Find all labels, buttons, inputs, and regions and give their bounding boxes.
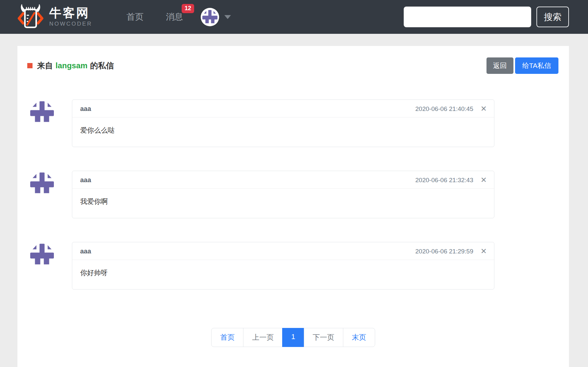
- send-private-message-button[interactable]: 给TA私信: [515, 57, 558, 74]
- back-button[interactable]: 返回: [486, 57, 513, 74]
- message-row: aaa 2020-06-06 21:40:45 ✕ 爱你么么哒: [27, 99, 569, 147]
- pagination-page-1[interactable]: 1: [282, 328, 304, 347]
- message-row: aaa 2020-06-06 21:29:59 ✕ 你好帅呀: [27, 242, 569, 290]
- message-sender: aaa: [80, 176, 91, 184]
- pagination-prev[interactable]: 上一页: [243, 328, 283, 347]
- message-content: 爱你么么哒: [72, 118, 494, 147]
- page-title: 来自langsam的私信: [37, 60, 114, 71]
- pagination: 首页 上一页 1 下一页 末页: [17, 328, 569, 347]
- message-card: aaa 2020-06-06 21:32:43 ✕ 我爱你啊: [72, 171, 494, 218]
- close-icon[interactable]: ✕: [481, 176, 487, 184]
- pagination-last[interactable]: 末页: [343, 328, 375, 347]
- main-nav: 首页 消息12: [126, 11, 183, 23]
- message-content: 我爱你啊: [72, 189, 494, 218]
- message-sender: aaa: [80, 105, 91, 113]
- message-sender: aaa: [80, 248, 91, 255]
- message-card: aaa 2020-06-06 21:29:59 ✕ 你好帅呀: [72, 242, 494, 290]
- user-avatar[interactable]: [201, 8, 219, 26]
- nowcoder-logo[interactable]: 牛客网 NOWCODER: [16, 4, 92, 30]
- unread-count-badge: 12: [182, 4, 194, 13]
- brand-subtitle: NOWCODER: [49, 21, 92, 27]
- nowcoder-bull-notepad-icon: [16, 4, 45, 30]
- close-icon[interactable]: ✕: [481, 105, 487, 113]
- nav-messages-link[interactable]: 消息12: [166, 11, 183, 23]
- sender-avatar[interactable]: [27, 99, 57, 127]
- search-input[interactable]: [404, 7, 531, 27]
- message-row: aaa 2020-06-06 21:32:43 ✕ 我爱你啊: [27, 171, 569, 218]
- pagination-next[interactable]: 下一页: [304, 328, 343, 347]
- top-navbar: 牛客网 NOWCODER 首页 消息12 搜索: [0, 0, 588, 34]
- panel-header: 来自langsam的私信 返回 给TA私信: [17, 46, 569, 73]
- message-timestamp: 2020-06-06 21:32:43: [415, 177, 473, 184]
- title-marker-square-icon: [27, 63, 33, 68]
- message-timestamp: 2020-06-06 21:40:45: [415, 105, 473, 113]
- brand-name: 牛客网: [49, 7, 92, 20]
- chevron-down-icon[interactable]: [224, 15, 231, 19]
- close-icon[interactable]: ✕: [481, 248, 487, 255]
- search-button[interactable]: 搜索: [536, 7, 569, 27]
- message-content: 你好帅呀: [72, 260, 494, 289]
- private-message-panel: 来自langsam的私信 返回 给TA私信 aaa 2020-06-06 21:…: [17, 46, 569, 367]
- sender-username-link[interactable]: langsam: [56, 61, 87, 70]
- pagination-first[interactable]: 首页: [211, 328, 243, 347]
- nav-home-link[interactable]: 首页: [126, 11, 144, 23]
- message-card: aaa 2020-06-06 21:40:45 ✕ 爱你么么哒: [72, 99, 494, 147]
- sender-avatar[interactable]: [27, 170, 57, 198]
- sender-avatar[interactable]: [27, 241, 57, 269]
- message-list: aaa 2020-06-06 21:40:45 ✕ 爱你么么哒 aaa 2020…: [17, 99, 569, 290]
- message-timestamp: 2020-06-06 21:29:59: [415, 248, 473, 255]
